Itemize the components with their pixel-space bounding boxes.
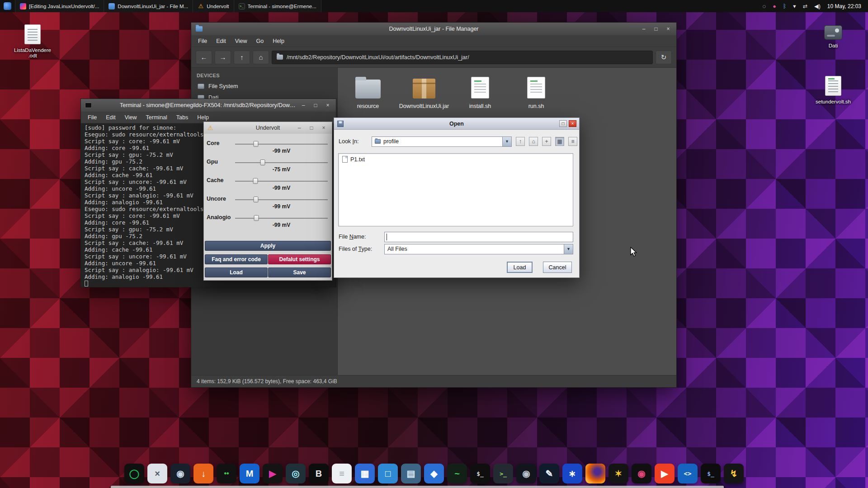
- file-manager-icon[interactable]: ▤: [401, 464, 421, 483]
- dialog-file-item[interactable]: P1.txt: [339, 154, 573, 165]
- forward-button[interactable]: →: [215, 51, 231, 64]
- files-of-type-combobox[interactable]: All Files ▼: [384, 244, 573, 254]
- game-icon[interactable]: ✶: [609, 464, 628, 483]
- slider-thumb[interactable]: [254, 215, 259, 221]
- home-folder-button[interactable]: ⌂: [529, 137, 538, 146]
- sidebar-item-file-system[interactable]: File System: [191, 80, 337, 92]
- chevron-down-icon[interactable]: ▼: [502, 137, 511, 146]
- monitor-icon[interactable]: ~: [447, 464, 467, 483]
- apply-button[interactable]: Apply: [205, 241, 331, 251]
- slider-thumb[interactable]: [254, 197, 259, 202]
- file-item[interactable]: run.sh: [509, 72, 563, 109]
- bitwarden-icon[interactable]: B: [309, 464, 329, 483]
- new-folder-button[interactable]: +: [542, 137, 551, 146]
- slider-track[interactable]: [235, 181, 328, 182]
- file-item[interactable]: resource: [341, 72, 395, 109]
- fm-menu-edit[interactable]: Edit: [212, 37, 230, 46]
- panel-window-button[interactable]: [Editing JavaLinuxUndervolt/...: [15, 0, 104, 12]
- fm-menu-go[interactable]: Go: [252, 37, 268, 46]
- bluetooth-icon[interactable]: ᛒ: [783, 3, 787, 9]
- file-item[interactable]: DownvoltLinuxUi.jar: [397, 72, 451, 109]
- path-bar[interactable]: /mnt/sdb2/Repository/DownvoltLinuxUi/out…: [272, 51, 653, 64]
- up-button[interactable]: ↑: [234, 51, 250, 64]
- fm-titlebar[interactable]: DownvoltLinuxUi_jar - File Manager – □ ×: [191, 23, 676, 35]
- terminal-menu-help[interactable]: Help: [193, 113, 213, 122]
- cancel-button[interactable]: Cancel: [543, 262, 572, 273]
- maximize-button[interactable]: □: [312, 103, 319, 108]
- media-arrow-icon[interactable]: ▶: [263, 464, 283, 483]
- reload-button[interactable]: ↻: [656, 51, 672, 64]
- terminal-menu-file[interactable]: File: [84, 113, 101, 122]
- fm-menu-file[interactable]: File: [194, 37, 211, 46]
- look-in-combobox[interactable]: profile ▼: [372, 136, 512, 147]
- close-button[interactable]: ×: [665, 26, 671, 32]
- steam-icon[interactable]: ◉: [170, 464, 190, 483]
- spotify-icon[interactable]: ◯: [124, 464, 144, 483]
- load-button[interactable]: Load: [205, 267, 268, 277]
- fm-menu-help[interactable]: Help: [269, 37, 288, 46]
- slider-thumb[interactable]: [253, 178, 258, 184]
- paint-icon[interactable]: ∗: [562, 464, 582, 483]
- panel-window-button[interactable]: ⚠Undervolt: [193, 0, 234, 12]
- gwe-icon[interactable]: ••: [217, 464, 236, 483]
- dialog-file-list[interactable]: P1.txt: [338, 153, 573, 226]
- terminal-menu-terminal[interactable]: Terminal: [142, 113, 171, 122]
- volume-icon[interactable]: ◀): [814, 3, 821, 9]
- panel-window-button[interactable]: >_Terminal - simone@Ermene...: [234, 0, 321, 12]
- code-editor-icon[interactable]: <>: [678, 464, 698, 483]
- colors-icon[interactable]: ◉: [632, 464, 651, 483]
- shell-icon[interactable]: $_: [701, 464, 721, 483]
- messenger-icon[interactable]: ●: [773, 3, 776, 9]
- plasma-icon[interactable]: ◆: [424, 464, 444, 483]
- terminal-icon[interactable]: >_: [493, 464, 513, 483]
- xterm-icon[interactable]: $_: [470, 464, 490, 483]
- file-name-input[interactable]: [384, 232, 573, 242]
- minimize-button[interactable]: –: [300, 103, 307, 108]
- list-view-button[interactable]: ▦: [555, 137, 564, 146]
- slider-track[interactable]: [235, 218, 328, 219]
- jdownloader-icon[interactable]: ↓: [193, 464, 213, 483]
- save-button[interactable]: Save: [268, 267, 331, 277]
- maximize-button[interactable]: □: [559, 120, 567, 127]
- network-icon[interactable]: ⇄: [803, 3, 807, 9]
- close-button[interactable]: ×: [321, 125, 327, 131]
- xapp-icon[interactable]: ×: [147, 464, 167, 483]
- maximize-button[interactable]: □: [653, 26, 659, 32]
- player-icon[interactable]: ▶: [655, 464, 675, 483]
- details-view-button[interactable]: ≡: [568, 137, 577, 146]
- app-menu-icon[interactable]: [4, 2, 11, 10]
- terminal-titlebar[interactable]: Terminal - simone@Ermenegildo-FX504: /mn…: [81, 99, 336, 112]
- faq-error-code-button[interactable]: Faq and error code: [205, 254, 268, 264]
- up-level-button[interactable]: ↑: [516, 137, 525, 146]
- ink-pen-icon[interactable]: ✎: [539, 464, 559, 483]
- dialog-titlebar[interactable]: Open □ ×: [334, 118, 579, 130]
- notifications-icon[interactable]: ◌: [763, 3, 766, 9]
- software-icon[interactable]: ▦: [355, 464, 375, 483]
- text-editor-icon[interactable]: ≡: [332, 464, 352, 483]
- desktop-icon-listadavendere[interactable]: ListaDaVendere .odt: [5, 24, 60, 58]
- close-button[interactable]: ×: [325, 103, 331, 108]
- firefox-icon[interactable]: [585, 464, 605, 483]
- load-button[interactable]: Load: [507, 262, 533, 273]
- terminal-menu-tabs[interactable]: Tabs: [172, 113, 192, 122]
- terminal-menu-view[interactable]: View: [121, 113, 141, 122]
- minimize-button[interactable]: –: [296, 125, 302, 131]
- terminal-menu-edit[interactable]: Edit: [102, 113, 120, 122]
- slider-track[interactable]: [235, 162, 328, 163]
- undervolt-titlebar[interactable]: ⚠ Undervolt – □ ×: [204, 122, 332, 134]
- updates-icon[interactable]: ▾: [793, 3, 796, 9]
- display-icon[interactable]: □: [378, 464, 398, 483]
- desktop-icon-dati[interactable]: Dati: [806, 25, 860, 48]
- back-button[interactable]: ←: [196, 51, 212, 64]
- bottom-edge-bar[interactable]: [111, 486, 724, 488]
- mame-icon[interactable]: M: [240, 464, 259, 483]
- maximize-button[interactable]: □: [308, 125, 315, 131]
- home-button[interactable]: ⌂: [253, 51, 269, 64]
- slider-thumb[interactable]: [254, 141, 259, 147]
- close-button[interactable]: ×: [569, 120, 576, 127]
- slider-thumb[interactable]: [260, 160, 265, 165]
- panel-window-button[interactable]: DownvoltLinuxUi_jar - File M...: [104, 0, 193, 12]
- obs-icon[interactable]: ◉: [516, 464, 536, 483]
- desktop-icon-setundervolt[interactable]: setundervolt.sh: [806, 76, 860, 104]
- chevron-down-icon[interactable]: ▼: [564, 244, 573, 254]
